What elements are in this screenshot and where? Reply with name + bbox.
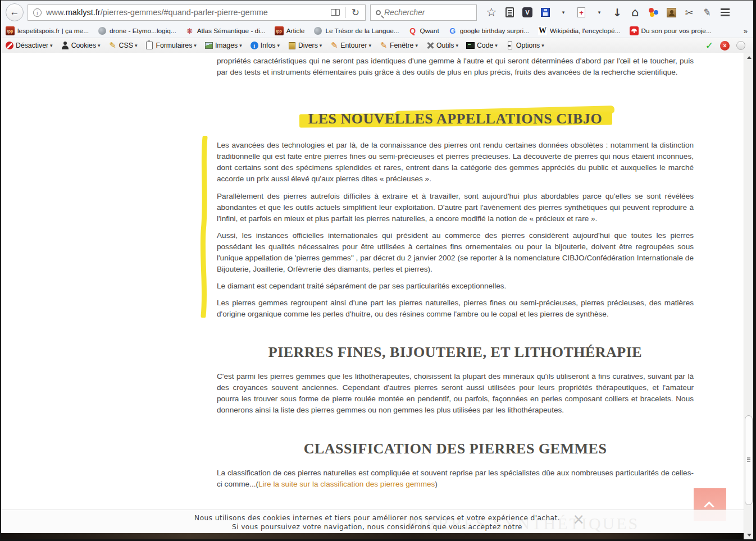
neutral-circle-icon[interactable]: [736, 41, 745, 50]
pencil-icon: ✎: [331, 40, 338, 51]
profile-addon-button[interactable]: [663, 4, 679, 20]
bookmark-item[interactable]: drone - Etymo...logiq...: [93, 26, 181, 35]
back-button[interactable]: ←: [6, 3, 24, 21]
clipboard-icon: [505, 7, 514, 17]
cookie-text-line1: Nous utilisons des cookies internes et t…: [1, 514, 753, 523]
scroll-down-arrow[interactable]: [744, 530, 753, 539]
bookmark-star-button[interactable]: ☆: [484, 4, 499, 20]
notes-button[interactable]: [502, 4, 517, 20]
chevron-down-icon: ▾: [277, 43, 280, 48]
chevron-down-icon: ▾: [495, 43, 498, 48]
page-content: propriétés caractéristiques qui ne seron…: [1, 53, 753, 539]
shield-v-icon: V: [522, 7, 532, 17]
dark-footer-image-strip: [1, 533, 753, 539]
bookmark-item[interactable]: QQwant: [404, 26, 444, 35]
chevron-down-icon: ▾: [50, 43, 53, 48]
devbar-item-desactiver[interactable]: Désactiver▾: [1, 41, 57, 50]
box-icon: [289, 42, 295, 49]
valid-check-icon[interactable]: ✓: [705, 40, 713, 51]
devbar-label: Entourer: [340, 42, 367, 49]
medical-doc-button[interactable]: +: [573, 4, 589, 20]
devbar-item-options[interactable]: Options▾: [502, 41, 548, 50]
scissors-icon: ✂: [685, 7, 693, 19]
search-box[interactable]: [370, 4, 477, 21]
bookmark-item[interactable]: ❋Atlas Sémantique - di...: [181, 26, 270, 35]
bookmark-item[interactable]: Le Trésor de la Langue...: [309, 26, 403, 35]
devbar-item-formulaires[interactable]: Formulaires▾: [141, 41, 200, 50]
scrollbar-grip: [747, 457, 750, 459]
reload-icon[interactable]: ↻: [346, 7, 365, 18]
reader-mode-icon[interactable]: [331, 9, 340, 16]
devbar-label: Désactiver: [16, 42, 48, 49]
bookmark-item[interactable]: WWikipédia, l'encyclopé...: [534, 26, 625, 35]
devbar-item-fenetre[interactable]: ✎Fenêtre▾: [375, 41, 422, 50]
devbar-item-css[interactable]: ✎CSS▾: [104, 41, 142, 50]
intro-paragraph: propriétés caractéristiques qui ne seron…: [217, 56, 694, 78]
google-favicon: G: [448, 26, 457, 35]
star-icon: ☆: [486, 6, 497, 19]
qwant-favicon: Q: [408, 26, 417, 35]
chevron-down-icon: ▾: [415, 43, 418, 48]
red-cross-document-icon: +: [577, 7, 585, 17]
error-circle-icon[interactable]: ×: [720, 41, 730, 51]
block-icon: [6, 42, 13, 49]
bookmark-label: Article: [286, 27, 305, 35]
paragraph-with-link: La classification de ces pierres naturel…: [217, 467, 694, 490]
bookmark-item[interactable]: Du son pour vos proje...: [625, 26, 716, 35]
devbar-item-code[interactable]: Code▾: [462, 41, 502, 50]
chevron-down-icon: ▾: [598, 10, 601, 15]
scrollbar-thumb[interactable]: [745, 415, 753, 505]
search-icon: [376, 10, 381, 15]
clipboard-icon: [146, 42, 153, 49]
devbar-item-outils[interactable]: Outils▾: [422, 41, 462, 50]
url-text[interactable]: www.maklyst.fr/pierres-gemmes/#quand-par…: [46, 8, 325, 17]
home-button[interactable]: ⌂: [627, 4, 643, 20]
heading-text: LES NOUVELLES APPELLATIONS CIBJO: [308, 111, 602, 127]
save-page-button[interactable]: [538, 4, 553, 20]
chevron-down-icon: ▾: [562, 10, 565, 15]
window-border: [753, 0, 756, 541]
pen-addon-button[interactable]: ✎: [699, 4, 715, 20]
paragraph: C'est parmi les pierres gemmes que les l…: [217, 371, 694, 416]
menu-button[interactable]: [717, 4, 733, 20]
devbar-label: Fenêtre: [390, 42, 413, 49]
devbar-item-entourer[interactable]: ✎Entourer▾: [326, 41, 375, 50]
bookmarks-overflow-chevron[interactable]: »: [744, 27, 753, 35]
lpp-favicon: lpp: [6, 26, 15, 35]
bookmark-item[interactable]: lppArticle: [270, 26, 309, 35]
downloads-button[interactable]: ↓: [609, 4, 625, 20]
devbar-item-cookies[interactable]: Cookies▾: [57, 41, 104, 50]
person-frame-icon: [667, 8, 676, 17]
save-page-dropdown[interactable]: ▾: [555, 4, 571, 20]
triangle-down-icon: [747, 534, 752, 537]
terminal-icon: [466, 42, 475, 49]
read-more-link[interactable]: Lire la suite sur la classification des …: [258, 480, 435, 488]
devbar-item-images[interactable]: Images▾: [201, 41, 246, 50]
site-info-icon[interactable]: i: [33, 8, 42, 17]
medical-doc-dropdown[interactable]: ▾: [591, 4, 607, 20]
colorful-addon-button[interactable]: [645, 4, 661, 20]
floppy-disk-icon: [541, 8, 550, 17]
bookmark-item[interactable]: lpplespetitspois.fr | ça me...: [1, 26, 93, 35]
bookmark-label: drone - Etymo...logiq...: [110, 27, 176, 35]
shield-addon-button[interactable]: V: [520, 4, 535, 20]
bookmark-item[interactable]: Ggoogle birthday surpri...: [444, 26, 534, 35]
lpp-favicon: lpp: [275, 26, 284, 35]
search-input[interactable]: [384, 8, 463, 17]
vertical-scrollbar[interactable]: [744, 53, 753, 539]
cookie-close-icon[interactable]: ×: [572, 513, 585, 525]
url-bar[interactable]: i www.maklyst.fr/pierres-gemmes/#quand-p…: [28, 4, 366, 21]
person-icon: [61, 42, 69, 49]
devbar-item-infos[interactable]: iInfos▾: [246, 41, 284, 50]
bookmark-label: Qwant: [420, 27, 439, 35]
hamburger-menu-icon: [721, 8, 730, 16]
chevron-down-icon: ▾: [194, 43, 197, 48]
chevron-down-icon: ▾: [135, 43, 138, 48]
bookmark-label: google birthday surpri...: [460, 27, 529, 35]
url-path: /pierres-gemmes/#quand-parler-pierre-gem…: [101, 8, 268, 17]
section-heading-cibjo: LES NOUVELLES APPELLATIONS CIBJO: [217, 111, 694, 127]
devbar-item-divers[interactable]: Divers▾: [284, 41, 326, 50]
scroll-up-arrow[interactable]: [744, 53, 753, 62]
chevron-down-icon: ▾: [239, 43, 242, 48]
clip-tool-button[interactable]: ✂: [681, 4, 697, 20]
